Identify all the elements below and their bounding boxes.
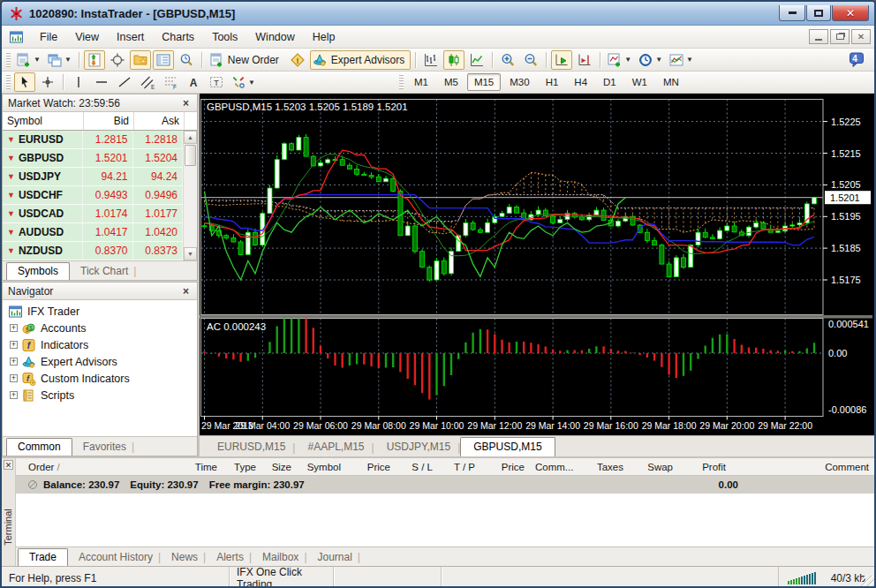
profiles-button[interactable]: ▼ (45, 50, 74, 70)
column-header-symbol[interactable]: Symbol (3, 112, 84, 130)
indicators-list-button[interactable]: ▼ (605, 50, 634, 70)
terminal-column-time[interactable]: Time (173, 462, 223, 472)
tree-item-scripts[interactable]: +Scripts (3, 387, 197, 403)
menu-insert[interactable]: Insert (108, 27, 153, 47)
terminal-column-type[interactable]: Type (223, 462, 261, 472)
market-watch-caption[interactable]: Market Watch: 23:59:56 × (3, 94, 197, 112)
symbol-row-usdcad[interactable]: ▼USDCAD1.01741.0177 (3, 205, 183, 223)
terminal-column-price[interactable]: Price (480, 462, 530, 472)
chevron-down-icon[interactable]: ▼ (624, 56, 631, 64)
tab-favorites[interactable]: Favorites (72, 439, 137, 456)
chevron-down-icon[interactable]: ▼ (64, 56, 72, 64)
line-chart-mode-button[interactable] (466, 50, 487, 70)
timeframe-m15-button[interactable]: M15 (467, 73, 501, 91)
chart-tab-eurusd-m15[interactable]: EURUSD,M15 (205, 438, 298, 456)
window-minimize-button[interactable] (779, 5, 805, 21)
periods-button[interactable]: ▼ (636, 50, 665, 70)
zoom-in-button[interactable] (497, 50, 518, 70)
terminal-column-swap[interactable]: Swap (629, 462, 678, 472)
timeframe-m5-button[interactable]: M5 (437, 73, 465, 91)
arrows-tool-button[interactable]: ▼ (229, 72, 258, 92)
bar-chart-mode-button[interactable] (420, 50, 442, 70)
mdi-minimize-button[interactable] (809, 29, 828, 44)
mdi-restore-button[interactable] (830, 29, 850, 44)
terminal-tab-trade[interactable]: Trade (18, 548, 68, 566)
terminal-column-price[interactable]: Price (346, 462, 396, 472)
chevron-down-icon[interactable]: ▼ (34, 56, 41, 64)
text-label-tool-button[interactable]: T (206, 72, 227, 92)
navigator-caption[interactable]: Navigator × (3, 283, 197, 300)
timeframe-m30-button[interactable]: M30 (502, 73, 536, 91)
navigator-toggle-button[interactable] (130, 50, 151, 70)
tab-common[interactable]: Common (6, 438, 72, 456)
chevron-down-icon[interactable]: ▼ (248, 79, 255, 87)
trendline-tool-button[interactable] (114, 72, 135, 92)
close-icon[interactable]: × (180, 97, 192, 109)
timeframe-m1-button[interactable]: M1 (407, 73, 435, 91)
auto-scroll-toggle-button[interactable] (551, 50, 572, 70)
menu-file[interactable]: File (31, 27, 66, 47)
tab-symbols[interactable]: Symbols (6, 262, 70, 280)
terminal-toggle-button[interactable] (153, 50, 174, 70)
terminal-column-order[interactable]: Order / (16, 462, 173, 472)
equidistant-channel-tool-button[interactable]: E (137, 72, 158, 92)
terminal-column-comm-[interactable]: Comm... (530, 462, 578, 472)
resize-grip[interactable] (861, 576, 874, 588)
toolbar-grip[interactable] (6, 74, 11, 90)
expand-icon[interactable]: + (10, 341, 18, 349)
fibonacci-tool-button[interactable]: F (160, 72, 181, 92)
symbol-row-usdjpy[interactable]: ▼USDJPY94.2194.24 (3, 168, 183, 186)
terminal-column-t-p[interactable]: T / P (438, 462, 480, 472)
timeframe-w1-button[interactable]: W1 (625, 73, 654, 91)
timeframe-h4-button[interactable]: H4 (567, 73, 594, 91)
symbol-row-usdchf[interactable]: ▼USDCHF0.94930.9496 (3, 186, 183, 205)
terminal-column-comment[interactable]: Comment (731, 462, 874, 472)
symbol-row-nzdusd[interactable]: ▼NZDUSD0.83700.8373 (3, 242, 183, 260)
expert-advisors-toggle-button[interactable]: Expert Advisors (310, 50, 411, 70)
expand-icon[interactable]: + (10, 358, 18, 366)
terminal-column-s-l[interactable]: S / L (396, 462, 438, 472)
candlestick-mode-button[interactable] (443, 50, 464, 70)
tab-tick-chart[interactable]: Tick Chart (70, 263, 139, 280)
price-chart[interactable]: 1.52251.52151.52051.51951.51851.51751.52… (200, 94, 872, 435)
column-header-bid[interactable]: Bid (84, 112, 134, 130)
chart-tab-usdjpy-m15[interactable]: USDJPY,M15 (374, 438, 463, 456)
menu-charts[interactable]: Charts (153, 27, 203, 47)
menu-window[interactable]: Window (246, 27, 303, 47)
scroll-up-icon[interactable]: ▲ (184, 131, 197, 144)
scroll-down-icon[interactable]: ▼ (184, 247, 197, 260)
data-window-toggle-button[interactable] (107, 50, 128, 70)
chevron-down-icon[interactable]: ▼ (655, 56, 662, 64)
new-chart-button[interactable]: ▼ (14, 50, 43, 70)
strategy-tester-toggle-button[interactable] (176, 50, 197, 70)
market-watch-toggle-button[interactable] (84, 50, 105, 70)
window-close-button[interactable]: ✕ (832, 5, 869, 21)
market-watch-scrollbar[interactable]: ▲ ▼ (183, 131, 197, 260)
expand-icon[interactable]: + (10, 324, 18, 332)
tree-item-custom-indicators[interactable]: +f+Custom Indicators (3, 370, 197, 387)
timeframe-d1-button[interactable]: D1 (596, 73, 623, 91)
new-order-button[interactable]: New Order (207, 50, 285, 70)
toolbar-grip[interactable] (399, 74, 404, 90)
timeframe-h1-button[interactable]: H1 (539, 73, 566, 91)
crosshair-tool-button[interactable] (37, 72, 58, 92)
toolbar-grip[interactable] (6, 52, 11, 68)
terminal-column-profit[interactable]: Profit (678, 462, 731, 472)
notifications-button[interactable]: 4 (846, 51, 867, 69)
vertical-line-tool-button[interactable] (68, 72, 89, 92)
terminal-column-symbol[interactable]: Symbol (297, 462, 346, 472)
symbol-row-eurusd[interactable]: ▼EURUSD1.28151.2818 (3, 131, 183, 149)
chart-tab--aapl-m15[interactable]: #AAPL,M15 (295, 438, 376, 456)
terminal-close-icon[interactable]: ✕ (4, 460, 13, 470)
zoom-out-button[interactable] (520, 50, 541, 70)
timeframe-mn-button[interactable]: MN (656, 73, 686, 91)
menu-help[interactable]: Help (304, 27, 344, 47)
close-icon[interactable]: × (180, 285, 192, 298)
terminal-tab-news[interactable]: News (161, 549, 208, 566)
expand-icon[interactable]: + (10, 391, 18, 399)
tree-root[interactable]: IFX Trader (3, 303, 197, 320)
expand-icon[interactable]: + (10, 374, 18, 382)
tree-item-expert-advisors[interactable]: +Expert Advisors (3, 353, 197, 370)
cursor-tool-button[interactable] (14, 72, 35, 92)
column-header-ask[interactable]: Ask (134, 112, 185, 130)
